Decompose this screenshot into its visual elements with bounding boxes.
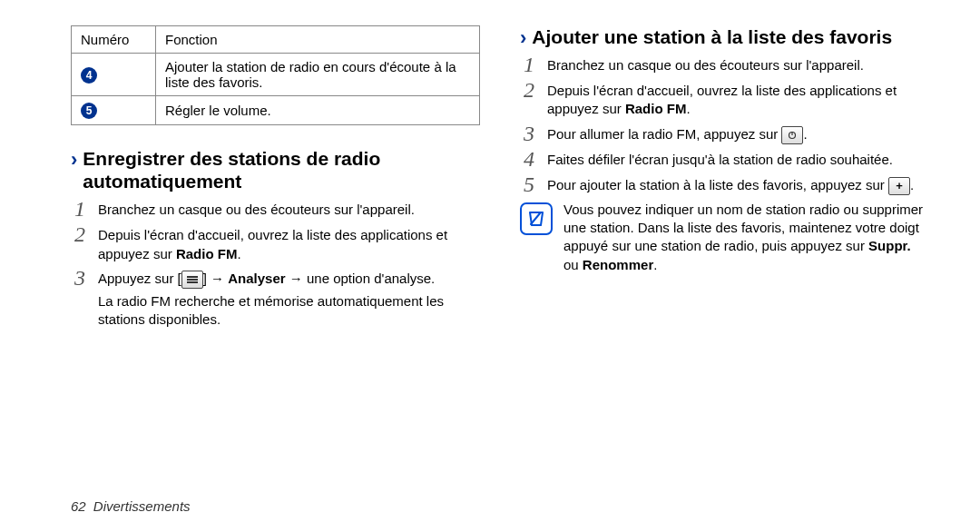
circled-number-icon: 5 [81, 103, 97, 119]
step-number: 3 [71, 267, 89, 289]
table-head-fn: Fonction [156, 26, 480, 54]
step-item: 4 Faites défiler l'écran jusqu'à la stat… [520, 148, 929, 170]
step-number: 2 [71, 223, 89, 245]
step-sub-text: La radio FM recherche et mémorise automa… [98, 292, 480, 330]
menu-key-icon [181, 271, 203, 289]
svg-rect-0 [187, 276, 198, 278]
row-num-cell: 5 [72, 96, 156, 125]
step-number: 3 [520, 123, 538, 144]
step-item: 1 Branchez un casque ou des écouteurs su… [520, 54, 929, 75]
step-item: 2 Depuis l'écran d'accueil, ouvrez la li… [71, 223, 480, 263]
function-table: Numéro Fonction 4 Ajouter la station de … [71, 25, 480, 125]
step-text: Faites défiler l'écran jusqu'à la statio… [547, 148, 893, 169]
step-number: 2 [520, 79, 538, 101]
step-item: 3 Appuyez sur [] → Analyser → une option… [71, 267, 480, 289]
right-column: › Ajouter une station à la liste des fav… [520, 25, 929, 329]
table-row: 4 Ajouter la station de radio en cours d… [72, 54, 480, 96]
chevron-right-icon: › [71, 150, 77, 170]
section-title: Enregistrer des stations de radio automa… [83, 147, 480, 192]
note-icon [520, 202, 553, 235]
power-key-icon [781, 126, 803, 144]
note-text: Vous pouvez indiquer un nom de station r… [564, 201, 929, 274]
table-row: 5 Régler le volume. [72, 96, 480, 125]
svg-rect-1 [187, 279, 198, 281]
table-head-num: Numéro [72, 26, 156, 54]
step-text: Branchez un casque ou des écouteurs sur … [547, 54, 864, 74]
page-footer: 62 Divertissements [71, 498, 191, 514]
note-block: Vous pouvez indiquer un nom de station r… [520, 201, 929, 274]
row-fn-cell: Ajouter la station de radio en cours d'é… [156, 54, 480, 96]
table-header-row: Numéro Fonction [72, 26, 480, 54]
steps-list: 1 Branchez un casque ou des écouteurs su… [71, 198, 480, 289]
step-item: 1 Branchez un casque ou des écouteurs su… [71, 198, 480, 220]
add-favorite-key-icon: + [888, 177, 910, 195]
step-text: Appuyez sur [] → Analyser → une option d… [98, 267, 435, 289]
row-num-cell: 4 [72, 54, 156, 96]
row-fn-cell: Régler le volume. [156, 96, 480, 125]
step-text: Pour allumer la radio FM, appuyez sur . [547, 123, 808, 144]
step-number: 5 [520, 173, 538, 195]
step-item: 3 Pour allumer la radio FM, appuyez sur … [520, 123, 929, 144]
step-number: 1 [520, 54, 538, 75]
step-item: 5 Pour ajouter la station à la liste des… [520, 173, 929, 195]
section-title: Ajouter une station à la liste des favor… [532, 25, 892, 48]
step-text: Depuis l'écran d'accueil, ouvrez la list… [547, 79, 929, 119]
section-name: Divertissements [93, 498, 191, 514]
step-text: Depuis l'écran d'accueil, ouvrez la list… [98, 223, 480, 263]
two-column-layout: Numéro Fonction 4 Ajouter la station de … [71, 25, 929, 329]
circled-number-icon: 4 [81, 67, 97, 84]
left-column: Numéro Fonction 4 Ajouter la station de … [71, 25, 480, 329]
manual-page: Numéro Fonction 4 Ajouter la station de … [0, 0, 980, 532]
steps-list: 1 Branchez un casque ou des écouteurs su… [520, 54, 929, 195]
page-number: 62 [71, 498, 86, 514]
chevron-right-icon: › [520, 28, 526, 48]
section-heading: › Ajouter une station à la liste des fav… [520, 25, 929, 48]
section-heading: › Enregistrer des stations de radio auto… [71, 147, 480, 192]
step-number: 4 [520, 148, 538, 170]
svg-rect-2 [187, 281, 198, 283]
step-text: Branchez un casque ou des écouteurs sur … [98, 198, 415, 219]
step-text: Pour ajouter la station à la liste des f… [547, 173, 914, 195]
step-number: 1 [71, 198, 89, 220]
step-item: 2 Depuis l'écran d'accueil, ouvrez la li… [520, 79, 929, 119]
